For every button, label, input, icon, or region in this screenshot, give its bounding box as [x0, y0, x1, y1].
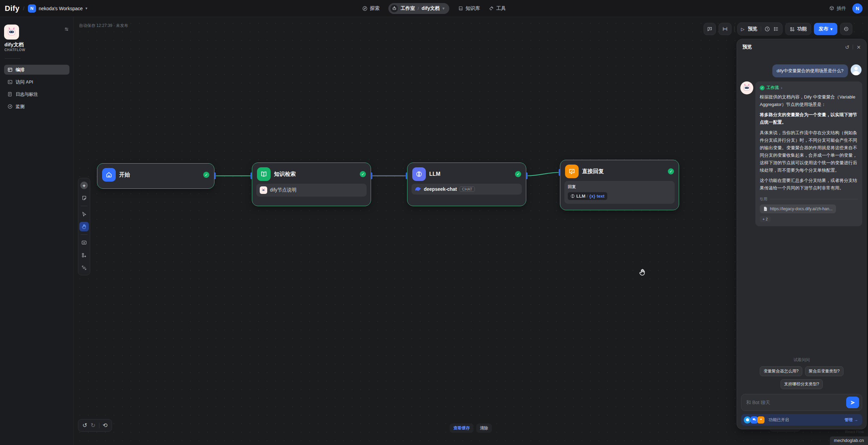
citation-feature-icon: ❝	[757, 416, 765, 424]
sidebar-divider	[5, 58, 20, 59]
reply-label: 回复	[568, 184, 671, 190]
pointer-tool-button[interactable]	[79, 209, 89, 219]
user-avatar[interactable]: N	[852, 3, 863, 14]
site-watermark: mechdoglab.cn	[830, 436, 868, 445]
preview-button[interactable]: 预览	[748, 26, 757, 32]
hand-cursor	[639, 268, 646, 276]
node-llm[interactable]: LLM ✓ deepseek-chat CHAT	[407, 163, 526, 206]
change-history-button[interactable]: ⟲	[103, 423, 108, 428]
send-button[interactable]	[846, 397, 859, 408]
play-icon[interactable]: ▷	[741, 27, 744, 32]
run-history-icon[interactable]	[765, 26, 770, 32]
redo-button[interactable]: ↻	[91, 423, 95, 428]
suggested-question[interactable]: 变量聚合器怎么用?	[760, 366, 802, 376]
variable-name: text	[597, 194, 605, 199]
bot-paragraph: 根据提供的文档内容，Dify 中变量聚合（Variable Aggregator…	[760, 93, 858, 108]
success-check-icon: ✓	[360, 171, 366, 177]
sidebar-item-monitor[interactable]: 监测	[4, 102, 69, 111]
success-check-icon: ✓	[203, 172, 209, 178]
manage-features-link[interactable]: 管理 →	[845, 417, 858, 423]
features-button[interactable]: 功能	[785, 23, 811, 35]
success-check-icon: ✓	[515, 171, 521, 177]
bot-avatar	[740, 81, 753, 94]
tools-divider	[81, 206, 87, 206]
preview-group: ▷ 预览	[737, 22, 783, 35]
nav-explore[interactable]: 探索	[362, 5, 380, 12]
nav-studio-app-pill[interactable]: 工作室 / dify文档 ▾	[388, 3, 449, 14]
nav-app-label: dify文档	[422, 5, 440, 12]
citation-link[interactable]: https://legacy-docs.dify.ai/zh-han...	[760, 204, 836, 213]
workflow-process-chip[interactable]: ✓ 工作流 ›	[760, 85, 858, 91]
node-direct-answer[interactable]: 直接回复 ✓ 回复 LLM / {x} text	[560, 160, 679, 210]
workspace-avatar: N	[28, 4, 36, 13]
fit-view-button[interactable]	[79, 263, 89, 273]
bot-paragraph-bold: 将多路分支的变量聚合为一个变量，以实现下游节点统一配置。	[760, 111, 858, 126]
hand-tool-button[interactable]	[79, 222, 89, 231]
plugins-button[interactable]: 插件	[829, 5, 846, 12]
cache-controls: 查看缓存 清除	[450, 424, 492, 433]
node-start[interactable]: 开始 ✓	[97, 163, 214, 189]
canvas-tools-palette: +	[78, 178, 90, 275]
features-label: 功能	[797, 26, 807, 32]
node-knowledge-retrieval[interactable]: 知识检索 ✓ dify节点说明	[252, 163, 371, 206]
app-window: Dify / N nekoda's Workspace ▾ 探索 工作室 /	[0, 0, 868, 445]
llm-brain-icon	[412, 167, 426, 181]
publish-button[interactable]: 发布 ▾	[814, 23, 837, 35]
chevron-right-icon: ›	[781, 86, 782, 90]
nav-knowledge[interactable]: 知识库	[458, 5, 480, 12]
suggested-question[interactable]: 聚合后变量类型?	[805, 366, 843, 376]
nav-tools[interactable]: 工具	[489, 5, 506, 12]
export-image-button[interactable]	[79, 238, 89, 247]
sidebar-item-label: 访问 API	[16, 79, 33, 85]
chevron-down-icon: ▾	[830, 26, 833, 32]
chat-history[interactable]: dify中变量聚合的使用场景是什么? ✓ 工作流	[737, 55, 866, 340]
clear-cache-button[interactable]: 清除	[476, 424, 492, 433]
auto-layout-button[interactable]	[79, 250, 89, 260]
env-variables-button[interactable]: ENV	[719, 23, 732, 35]
sidebar-item-api[interactable]: 访问 API	[4, 77, 69, 87]
view-cache-button[interactable]: 查看缓存	[450, 424, 473, 433]
follow-up-feature-icon	[751, 416, 758, 424]
add-node-button[interactable]: +	[79, 181, 89, 190]
success-check-icon: ✓	[668, 168, 674, 174]
workspace-name: nekoda's Workspace	[39, 6, 83, 11]
sidebar-item-logs[interactable]: 日志与标注	[4, 89, 69, 99]
checklist-icon[interactable]	[773, 26, 779, 32]
dataset-name: dify节点说明	[270, 187, 296, 193]
toolbar-separator	[734, 26, 735, 32]
citation-divider	[770, 199, 858, 199]
node-title: LLM	[429, 171, 512, 177]
hammer-icon	[489, 6, 494, 11]
variable-pill[interactable]: LLM / {x} text	[568, 192, 607, 200]
model-name: deepseek-chat	[424, 186, 457, 192]
canvas-toolbar: ENV ▷ 预览 功能 发布 ▾	[704, 22, 852, 35]
version-history-button[interactable]	[840, 23, 852, 35]
sidebar-item-label: 日志与标注	[16, 91, 38, 97]
home-icon	[102, 168, 116, 182]
workspace-selector[interactable]: N nekoda's Workspace ▾	[28, 4, 87, 13]
add-note-button[interactable]	[79, 193, 89, 203]
restart-conversation-icon[interactable]: ↺	[845, 45, 850, 50]
group-separator	[761, 26, 761, 32]
compass-icon	[362, 6, 368, 11]
undo-button[interactable]: ↺	[82, 423, 87, 428]
suggested-question[interactable]: 支持哪些分支类型?	[781, 379, 823, 389]
user-message-row: dify中变量聚合的使用场景是什么?	[740, 64, 862, 77]
knowledge-dataset-row[interactable]: dify节点说明	[256, 184, 367, 197]
node-title: 直接回复	[582, 168, 664, 175]
close-icon[interactable]: ✕	[856, 45, 861, 50]
bot-paragraph: 具体来说，当你的工作流中存在分支结构（例如条件分支或并行分支）时，不同分支可能会…	[760, 129, 858, 174]
annotation-button[interactable]	[704, 23, 716, 35]
sidebar-settings-icon[interactable]	[64, 27, 69, 32]
workflow-success-icon: ✓	[760, 86, 765, 90]
preview-title: 预览	[742, 44, 845, 50]
nav-explore-label: 探索	[370, 5, 380, 12]
bot-paragraph: 这个功能在需要汇总多个分支结果，或者将分支结果传递给一个共同的下游节点时非常有用…	[760, 177, 858, 192]
chat-input[interactable]	[746, 400, 843, 405]
more-citations-button[interactable]: + 2	[760, 216, 771, 222]
llm-model-row[interactable]: deepseek-chat CHAT	[412, 184, 522, 195]
try-ask-divider: 试着问问	[790, 357, 813, 363]
book-open-icon	[257, 167, 271, 181]
bot-message-row: ✓ 工作流 › 根据提供的文档内容，Dify 中变量聚合（Variable Ag…	[740, 81, 862, 226]
sidebar-item-orchestrate[interactable]: 编排	[4, 65, 69, 75]
